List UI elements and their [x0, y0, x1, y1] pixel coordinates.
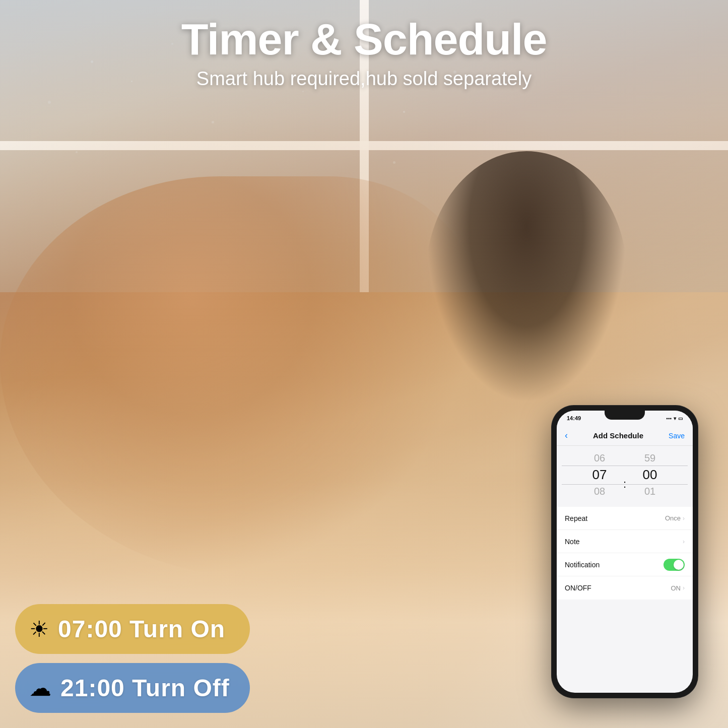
- notification-label: Notification: [565, 561, 600, 569]
- nav-bar: ‹ Add Schedule Save: [557, 426, 693, 446]
- time-picker[interactable]: 06 07 08 : 59 00 01: [557, 446, 693, 504]
- wifi-icon: ▾: [674, 416, 676, 421]
- hour-prev: 06: [579, 450, 620, 467]
- onoff-value-group: ON ›: [671, 584, 685, 592]
- page-title: Timer & Schedule: [0, 15, 728, 64]
- turn-on-label: 07:00 Turn On: [58, 615, 225, 643]
- phone-screen: 14:49 ▪▪▪ ▾ ▭ ‹ Add Schedule Save 06 07: [557, 411, 693, 693]
- onoff-chevron: ›: [683, 584, 685, 591]
- notification-toggle[interactable]: [664, 559, 685, 571]
- signal-icon: ▪▪▪: [666, 416, 672, 421]
- nav-title: Add Schedule: [593, 431, 643, 440]
- back-button[interactable]: ‹: [565, 430, 568, 441]
- status-time: 14:49: [567, 415, 581, 421]
- minutes-column[interactable]: 59 00 01: [630, 450, 670, 500]
- phone-notch: [605, 411, 645, 420]
- note-label: Note: [565, 538, 580, 546]
- dog-silhouette: [426, 151, 627, 403]
- repeat-row[interactable]: Repeat Once ›: [557, 507, 693, 530]
- repeat-label: Repeat: [565, 514, 587, 522]
- header: Timer & Schedule Smart hub required,hub …: [0, 15, 728, 90]
- phone-mockup: 14:49 ▪▪▪ ▾ ▭ ‹ Add Schedule Save 06 07: [552, 406, 698, 698]
- phone-body: 14:49 ▪▪▪ ▾ ▭ ‹ Add Schedule Save 06 07: [552, 406, 698, 698]
- schedule-cards: ☀ 07:00 Turn On ☁ 21:00 Turn Off: [15, 604, 250, 713]
- note-value-group: ›: [683, 538, 685, 545]
- minute-next: 01: [630, 483, 670, 500]
- battery-icon: ▭: [678, 416, 683, 421]
- sun-icon: ☀: [29, 618, 49, 640]
- turn-off-card[interactable]: ☁ 21:00 Turn Off: [15, 663, 250, 713]
- minute-prev: 59: [630, 450, 670, 467]
- turn-off-label: 21:00 Turn Off: [60, 674, 230, 702]
- notification-row[interactable]: Notification: [557, 553, 693, 576]
- turn-on-card[interactable]: ☀ 07:00 Turn On: [15, 604, 250, 654]
- repeat-chevron: ›: [683, 515, 685, 522]
- hours-column[interactable]: 06 07 08: [579, 450, 620, 500]
- settings-section: Repeat Once › Note › Notification: [557, 507, 693, 600]
- onoff-row[interactable]: ON/OFF ON ›: [557, 576, 693, 600]
- minute-selected: 00: [630, 467, 670, 483]
- status-icons: ▪▪▪ ▾ ▭: [666, 416, 683, 421]
- repeat-value: Once: [665, 514, 681, 522]
- page-subtitle: Smart hub required,hub sold separately: [0, 68, 728, 90]
- onoff-value: ON: [671, 584, 681, 592]
- note-chevron: ›: [683, 538, 685, 545]
- hour-selected: 07: [579, 467, 620, 483]
- note-row[interactable]: Note ›: [557, 530, 693, 553]
- cloud-icon: ☁: [29, 677, 51, 699]
- time-colon: :: [620, 450, 630, 500]
- repeat-value-group: Once ›: [665, 514, 685, 522]
- onoff-label: ON/OFF: [565, 584, 591, 592]
- hour-next: 08: [579, 483, 620, 500]
- save-button[interactable]: Save: [669, 432, 685, 440]
